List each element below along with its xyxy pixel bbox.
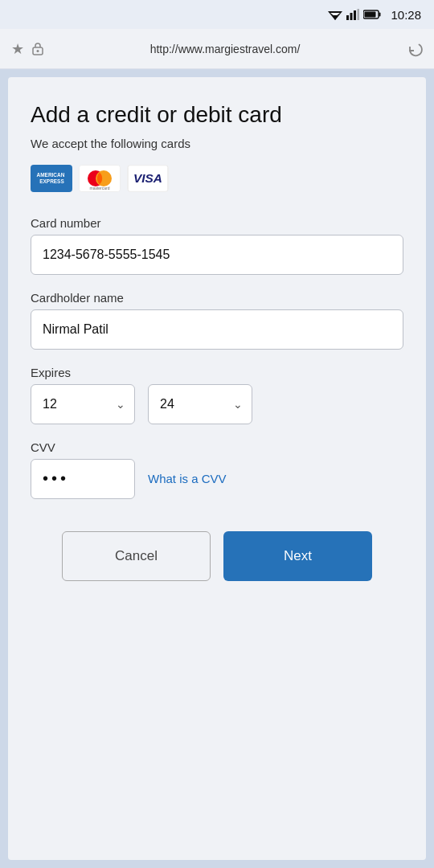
card-number-group: Card number bbox=[31, 216, 403, 275]
svg-rect-3 bbox=[346, 15, 349, 20]
svg-text:mastercard: mastercard bbox=[89, 186, 109, 190]
month-select[interactable]: 010203040506070809101112 bbox=[31, 384, 135, 424]
amex-logo: AMERICAN EXPRESS bbox=[31, 165, 72, 192]
svg-marker-2 bbox=[332, 15, 338, 20]
next-button[interactable]: Next bbox=[223, 531, 372, 581]
status-icons bbox=[328, 9, 381, 20]
cardholder-input[interactable] bbox=[31, 309, 403, 350]
cvv-row: What is a CVV bbox=[31, 459, 403, 499]
svg-point-11 bbox=[37, 50, 39, 52]
cardholder-label: Cardholder name bbox=[31, 291, 403, 305]
svg-text:AMERICAN: AMERICAN bbox=[37, 172, 65, 178]
cancel-button[interactable]: Cancel bbox=[62, 531, 211, 581]
bookmark-icon[interactable]: ★ bbox=[11, 40, 24, 58]
card-logos: AMERICAN EXPRESS mastercard VISA bbox=[31, 165, 403, 192]
status-bar: 10:28 bbox=[0, 0, 434, 29]
svg-rect-8 bbox=[379, 13, 381, 17]
card-number-label: Card number bbox=[31, 216, 403, 230]
year-wrapper: 21222324252627282930 ⌄ bbox=[148, 384, 252, 424]
browser-url[interactable]: http://www.margiestravel.com/ bbox=[51, 43, 399, 55]
status-time: 10:28 bbox=[391, 8, 421, 22]
signal-icon bbox=[346, 9, 359, 20]
cvv-group: CVV What is a CVV bbox=[31, 440, 403, 499]
cardholder-name-group: Cardholder name bbox=[31, 291, 403, 350]
card-number-input[interactable] bbox=[31, 235, 403, 275]
expires-label: Expires bbox=[31, 366, 403, 379]
lock-icon bbox=[32, 42, 43, 55]
main-content: Add a credit or debit card We accept the… bbox=[8, 77, 426, 860]
what-is-cvv-link[interactable]: What is a CVV bbox=[148, 472, 227, 485]
month-wrapper: 010203040506070809101112 ⌄ bbox=[31, 384, 135, 424]
svg-text:VISA: VISA bbox=[133, 170, 162, 184]
page-title: Add a credit or debit card bbox=[31, 101, 403, 129]
expires-group: Expires 010203040506070809101112 ⌄ 21222… bbox=[31, 366, 403, 440]
visa-logo: VISA bbox=[127, 165, 169, 192]
cvv-input[interactable] bbox=[31, 459, 135, 499]
svg-rect-5 bbox=[354, 10, 356, 20]
expires-row: 010203040506070809101112 ⌄ 2122232425262… bbox=[31, 384, 403, 424]
svg-text:EXPRESS: EXPRESS bbox=[39, 178, 64, 184]
svg-rect-9 bbox=[365, 12, 376, 18]
svg-rect-6 bbox=[358, 9, 360, 20]
mastercard-logo: mastercard bbox=[79, 165, 121, 192]
cvv-label: CVV bbox=[31, 440, 403, 454]
wifi-icon bbox=[328, 9, 342, 20]
battery-icon bbox=[363, 10, 381, 19]
browser-bar: ★ http://www.margiestravel.com/ bbox=[0, 29, 434, 69]
svg-rect-4 bbox=[350, 13, 353, 20]
reload-icon[interactable] bbox=[407, 41, 423, 57]
year-select[interactable]: 21222324252627282930 bbox=[148, 384, 252, 424]
subtitle: We accept the following cards bbox=[31, 137, 403, 150]
button-row: Cancel Next bbox=[31, 531, 403, 581]
